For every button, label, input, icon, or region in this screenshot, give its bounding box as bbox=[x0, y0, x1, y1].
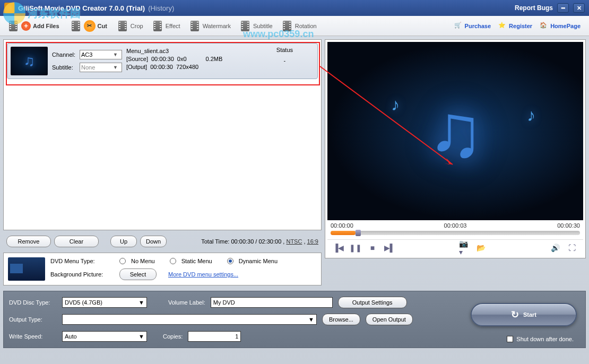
up-button[interactable]: Up bbox=[110, 236, 137, 247]
browse-button[interactable]: Browse... bbox=[322, 314, 360, 325]
rotation-button[interactable]: Rotation bbox=[277, 18, 321, 34]
more-menu-settings-link[interactable]: More DVD menu settings... bbox=[168, 271, 238, 278]
toolbar: + Add Files ✂ Cut Crop Effect Watermark … bbox=[0, 16, 589, 36]
preview-panel: ♫ ♪ ♪ 00:00:00 00:00:03 00:00:30 ▐◀ ❚❚ ■… bbox=[325, 39, 586, 258]
watermark-button[interactable]: Watermark bbox=[185, 18, 235, 34]
total-time-value: 00:00:30 / 02:30:00 bbox=[231, 238, 281, 245]
music-note-icon: ♪ bbox=[391, 95, 400, 115]
shutdown-checkbox[interactable] bbox=[507, 336, 513, 342]
output-settings-panel: DVD Disc Type: DVD5 (4.7GB)▼ Volume Labe… bbox=[3, 291, 586, 348]
time-start: 00:00:00 bbox=[331, 222, 353, 229]
chevron-down-icon: ▼ bbox=[113, 52, 120, 57]
output-info: [Output] 00:00:30 720x480 bbox=[126, 64, 222, 70]
chevron-down-icon: ▼ bbox=[138, 333, 144, 340]
no-menu-label: No Menu bbox=[131, 258, 155, 264]
pause-button[interactable]: ❚❚ bbox=[351, 243, 360, 253]
music-note-icon: ♫ bbox=[24, 53, 35, 70]
film-icon bbox=[152, 20, 163, 32]
music-note-icon: ♪ bbox=[527, 106, 535, 125]
purchase-link[interactable]: 🛒 Purchase bbox=[451, 22, 495, 30]
film-icon bbox=[281, 20, 293, 32]
dynamic-menu-label: Dynamic Menu bbox=[239, 258, 278, 264]
seek-thumb[interactable] bbox=[356, 230, 361, 236]
list-actions-bar: Remove Clear Up Down Total Time: 00:00:3… bbox=[3, 233, 322, 249]
write-speed-label: Write Speed: bbox=[9, 333, 57, 340]
titlebar: GiliSoft Movie DVD Creator 7.0.0 (Trial)… bbox=[0, 0, 589, 16]
close-button[interactable]: ✕ bbox=[573, 3, 585, 13]
dynamic-menu-radio[interactable] bbox=[227, 258, 233, 264]
next-button[interactable]: ▶▌ bbox=[385, 243, 394, 253]
channel-label: Channel: bbox=[52, 51, 77, 58]
status-header: Status bbox=[276, 47, 293, 53]
start-button[interactable]: ↻ Start bbox=[471, 303, 577, 326]
dvd-menu-panel: DVD Menu Type: No Menu Static Menu Dynam… bbox=[3, 253, 322, 285]
minimize-button[interactable]: ━ bbox=[557, 3, 569, 13]
file-row[interactable]: ♫ Channel: AC3▼ Subtitle: None▼ bbox=[7, 43, 318, 79]
cut-button[interactable]: ✂ Cut bbox=[65, 18, 112, 34]
channel-select[interactable]: AC3▼ bbox=[80, 50, 122, 59]
menu-type-label: DVD Menu Type: bbox=[50, 258, 114, 264]
subtitle-label: Subtitle: bbox=[52, 64, 77, 71]
plus-icon: + bbox=[21, 21, 31, 31]
history-link[interactable]: (History) bbox=[148, 4, 174, 12]
output-type-select[interactable]: ▼ bbox=[62, 314, 317, 325]
static-menu-radio[interactable] bbox=[170, 258, 176, 264]
subtitle-select[interactable]: None▼ bbox=[80, 63, 122, 72]
select-bg-button[interactable]: Select bbox=[119, 268, 157, 280]
volume-label-input[interactable]: My DVD bbox=[211, 297, 333, 308]
open-folder-button[interactable]: 📂 bbox=[476, 243, 486, 253]
filename-text: Menu_slient.ac3 bbox=[126, 48, 222, 54]
static-menu-label: Static Menu bbox=[181, 258, 212, 264]
app-icon bbox=[4, 3, 15, 13]
scissors-icon: ✂ bbox=[84, 20, 96, 32]
window-title: GiliSoft Movie DVD Creator 7.0.0 (Trial) bbox=[18, 4, 145, 12]
menu-thumbnail[interactable] bbox=[8, 257, 45, 281]
video-preview: ♫ ♪ ♪ bbox=[327, 42, 583, 220]
down-button[interactable]: Down bbox=[140, 236, 167, 247]
remove-button[interactable]: Remove bbox=[6, 236, 51, 247]
file-thumbnail: ♫ bbox=[11, 47, 48, 75]
disc-type-select[interactable]: DVD5 (4.7GB)▼ bbox=[62, 297, 147, 308]
crop-button[interactable]: Crop bbox=[112, 18, 148, 34]
add-files-button[interactable]: + Add Files bbox=[2, 18, 65, 34]
time-end: 00:00:30 bbox=[557, 222, 580, 229]
effect-button[interactable]: Effect bbox=[148, 18, 185, 34]
cart-icon: 🛒 bbox=[454, 22, 463, 30]
homepage-link[interactable]: 🏠 HomePage bbox=[536, 22, 584, 30]
status-value: - bbox=[276, 57, 293, 64]
disc-type-label: DVD Disc Type: bbox=[9, 299, 57, 306]
fullscreen-button[interactable]: ⛶ bbox=[567, 243, 577, 253]
snapshot-button[interactable]: 📷▾ bbox=[459, 243, 469, 253]
bg-picture-label: Background Picture: bbox=[50, 271, 114, 278]
film-icon bbox=[239, 20, 251, 32]
stop-button[interactable]: ■ bbox=[368, 243, 377, 253]
film-icon bbox=[117, 20, 128, 32]
film-icon bbox=[7, 20, 19, 32]
copies-input[interactable]: 1 bbox=[188, 331, 241, 342]
home-icon: 🏠 bbox=[540, 22, 548, 30]
seek-slider[interactable] bbox=[331, 231, 580, 235]
tv-format-link[interactable]: NTSC bbox=[286, 238, 302, 245]
output-type-label: Output Type: bbox=[9, 316, 57, 323]
star-icon: ⭐ bbox=[498, 22, 507, 30]
write-speed-select[interactable]: Auto▼ bbox=[62, 331, 147, 342]
volume-button[interactable]: 🔊 bbox=[550, 243, 560, 253]
source-info: [Source] 00:00:30 0x0 0.2MB bbox=[126, 56, 222, 62]
player-controls: ▐◀ ❚❚ ■ ▶▌ 📷▾ 📂 🔊 ⛶ bbox=[327, 239, 583, 256]
open-output-button[interactable]: Open Output bbox=[366, 314, 413, 325]
copies-label: Copies: bbox=[163, 333, 183, 340]
total-time-label: Total Time: bbox=[201, 238, 229, 245]
file-list-panel: ♫ Channel: AC3▼ Subtitle: None▼ bbox=[3, 39, 322, 230]
music-note-icon: ♫ bbox=[428, 88, 483, 174]
subtitle-button[interactable]: Subtitle bbox=[235, 18, 277, 34]
register-link[interactable]: ⭐ Register bbox=[495, 22, 535, 30]
chevron-down-icon: ▼ bbox=[308, 316, 314, 323]
chevron-down-icon: ▼ bbox=[113, 65, 120, 70]
no-menu-radio[interactable] bbox=[119, 258, 126, 264]
output-settings-button[interactable]: Output Settings bbox=[338, 297, 407, 308]
chevron-down-icon: ▼ bbox=[138, 299, 144, 306]
prev-button[interactable]: ▐◀ bbox=[334, 243, 343, 253]
report-bugs-link[interactable]: Report Bugs bbox=[515, 4, 553, 12]
clear-button[interactable]: Clear bbox=[54, 236, 99, 247]
aspect-ratio-link[interactable]: 16:9 bbox=[307, 238, 318, 245]
